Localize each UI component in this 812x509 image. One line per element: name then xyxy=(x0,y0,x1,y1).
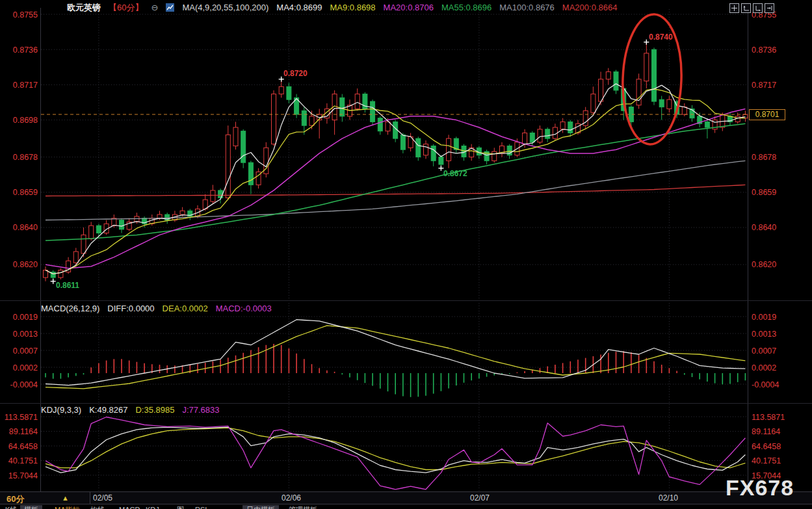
price-axis-label: 0.8640 xyxy=(752,223,776,232)
macd-axis-label: 0.0019 xyxy=(13,313,38,322)
kdj-axis-label: 113.5871 xyxy=(5,413,38,422)
ma-lines-layer xyxy=(46,84,745,274)
kdj-j-value: J:77.6833 xyxy=(182,405,219,415)
macd-axis-label: 0.0019 xyxy=(752,313,776,322)
macd-title: MACD(26,12,9) xyxy=(41,304,99,313)
annotation-swing-high-price: 0.8740 xyxy=(649,33,673,42)
price-axis-label: 0.8640 xyxy=(13,223,38,232)
kdj-axis-label: 113.5871 xyxy=(752,413,785,422)
price-axis-label: 0.8717 xyxy=(752,81,776,90)
macd-hist-value: MACD:-0.0003 xyxy=(216,304,272,313)
date-label: 02/07 xyxy=(470,493,490,502)
timeframe-cell[interactable]: 60分 ▲ xyxy=(0,492,90,504)
macd-axis-label: 0.0013 xyxy=(752,330,776,339)
price-axis-label: 0.8678 xyxy=(13,153,38,162)
bottom-tab[interactable]: K线 xyxy=(1,505,21,509)
timeframe-up-arrow-icon[interactable]: ▲ xyxy=(62,494,69,502)
minus-circle-icon[interactable]: ⊖ xyxy=(151,3,158,12)
macd-axis-label: -0.0004 xyxy=(10,380,38,389)
ma9-value: MA9:0.8698 xyxy=(330,3,375,12)
symbol-title: 欧元英镑 xyxy=(67,2,101,14)
date-label: 02/10 xyxy=(659,493,678,502)
bottom-tab[interactable]: 均线 xyxy=(86,505,109,509)
bottom-tab[interactable]: RSI xyxy=(191,505,211,509)
annotation-peak-price: 0.8720 xyxy=(283,69,308,78)
kdj-axis-label: 40.1751 xyxy=(8,456,38,465)
kdj-axis-label: 15.7044 xyxy=(8,471,38,480)
chart-toolbar xyxy=(729,3,774,13)
kdj-layer xyxy=(46,417,745,489)
macd-dea-value: DEA:0.0002 xyxy=(163,304,208,313)
macd-axis-label: 0.0002 xyxy=(752,363,776,372)
grid-layer xyxy=(0,8,812,491)
chart-canvas[interactable]: 0.87550.87550.87360.87360.87170.87170.86… xyxy=(0,0,812,509)
macd-axis-label: 0.0013 xyxy=(13,330,38,339)
price-axis-label: 0.8698 xyxy=(13,116,38,125)
fx678-watermark: FX678 xyxy=(726,475,794,501)
crosshair-icon[interactable] xyxy=(729,3,739,13)
price-axis-label: 0.8736 xyxy=(13,46,38,55)
chart-type-icon[interactable] xyxy=(166,3,174,12)
price-axis-label: 0.8736 xyxy=(752,46,776,55)
kdj-axis-label: 89.1164 xyxy=(9,427,38,436)
macd-layer xyxy=(46,320,745,397)
bottom-tab[interactable]: 图 xyxy=(173,505,188,509)
bottom-tab[interactable]: 管理模板 xyxy=(285,505,321,509)
macd-header: MACD(26,12,9) DIFF:0.0000 DEA:0.0002 MAC… xyxy=(41,304,272,313)
ma20-value: MA20:0.8706 xyxy=(384,3,434,12)
price-axis-label: 0.8717 xyxy=(13,81,38,90)
ma4-value: MA4:0.8699 xyxy=(276,3,322,12)
axis-zoom-right-icon[interactable] xyxy=(753,3,763,13)
macd-axis-label: 0.0002 xyxy=(13,363,38,372)
date-label: 02/05 xyxy=(93,493,112,502)
candles-layer xyxy=(44,42,748,281)
annotation-low-price: 0.8611 xyxy=(56,281,79,290)
ma55-value: MA55:0.8696 xyxy=(441,3,491,12)
bottom-tab[interactable]: KDJ xyxy=(142,505,163,509)
bottom-tab[interactable]: 日内模板 xyxy=(242,505,279,509)
bottom-tab-strip: K线模板MA指标均线MACDKDJ图RSI日内模板管理模板 xyxy=(0,504,812,509)
ma200-value: MA200:0.8664 xyxy=(562,3,618,12)
price-axis-label: 0.8620 xyxy=(752,260,776,269)
current-price-badge: 0.8701 xyxy=(749,109,785,120)
price-axis-label: 0.8678 xyxy=(752,153,776,162)
date-label: 02/06 xyxy=(282,493,301,502)
price-axis-label: 0.8755 xyxy=(13,10,38,20)
kdj-d-value: D:35.8985 xyxy=(135,405,174,415)
kdj-title: KDJ(9,3,3) xyxy=(41,405,81,415)
kdj-axis-label: 40.1751 xyxy=(752,456,781,465)
candles-glyph-icon xyxy=(166,4,174,11)
kdj-header: KDJ(9,3,3) K:49.8267 D:35.8985 J:77.6833 xyxy=(41,405,220,415)
macd-axis-label: 0.0007 xyxy=(752,346,776,356)
macd-axis-label: 0.0007 xyxy=(13,346,38,356)
bottom-tab[interactable]: 模板 xyxy=(20,505,42,509)
bottom-tab[interactable]: MACD xyxy=(115,505,144,509)
kdj-axis-label: 89.1164 xyxy=(752,427,780,436)
kdj-axis-label: 64.6458 xyxy=(8,442,38,451)
macd-axis-label: -0.0004 xyxy=(752,380,779,389)
chart-header: 欧元英镑 【60分】 ⊖ MA(4,9,20,55,100,200) MA4:0… xyxy=(67,2,617,13)
ma-settings-label: MA(4,9,20,55,100,200) xyxy=(182,3,268,12)
period-label[interactable]: 【60分】 xyxy=(109,2,143,14)
price-axis-label: 0.8620 xyxy=(13,260,38,269)
bottom-tab[interactable]: MA指标 xyxy=(51,505,84,509)
trading-chart-window: 0.87550.87550.87360.87360.87170.87170.86… xyxy=(0,0,812,509)
ma100-value: MA100:0.8676 xyxy=(499,3,555,12)
annotation-pullback-low-price: 0.8672 xyxy=(443,169,467,178)
extreme-markers-layer xyxy=(51,40,649,284)
pan-right-icon[interactable] xyxy=(765,3,774,13)
axis-zoom-left-icon[interactable] xyxy=(741,3,751,13)
price-axis-label: 0.8659 xyxy=(752,188,776,197)
time-axis-bar: 60分 ▲ 02/05 02/06 02/07 02/10 xyxy=(0,491,812,504)
kdj-axis-label: 64.6458 xyxy=(752,442,781,451)
macd-diff-value: DIFF:0.0000 xyxy=(107,304,154,313)
price-axis-label: 0.8659 xyxy=(13,188,38,197)
kdj-k-value: K:49.8267 xyxy=(89,405,127,415)
